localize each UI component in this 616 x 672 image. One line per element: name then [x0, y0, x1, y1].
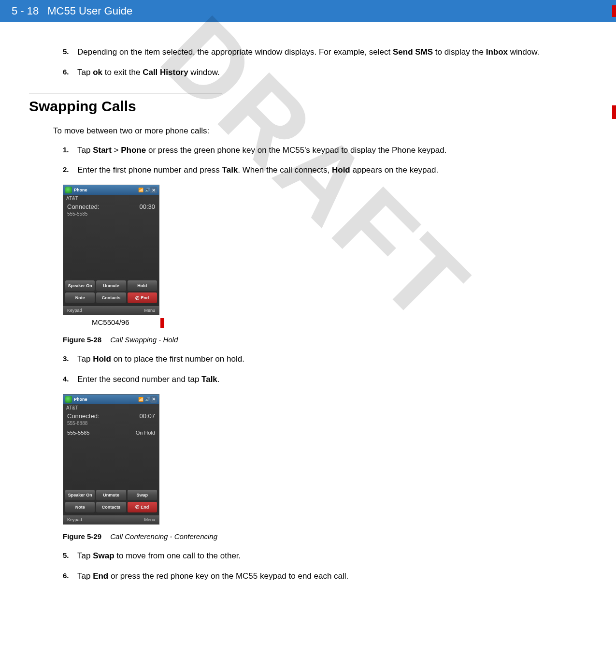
- end-button[interactable]: End: [128, 502, 157, 512]
- phone-number: 555-5585: [63, 211, 159, 218]
- figure-label: Figure 5-29: [63, 532, 101, 541]
- change-bar-icon: [612, 105, 616, 119]
- step-item: 2. Enter the first phone number and pres…: [63, 164, 587, 176]
- step-item: 6. Tap End or press the red phone key on…: [63, 570, 587, 582]
- step-item: 1. Tap Start > Phone or press the green …: [63, 145, 587, 156]
- step-number: 3.: [63, 353, 77, 365]
- figure-caption-1: Figure 5-28 Call Swapping - Hold: [63, 336, 587, 344]
- step-text: Depending on the item selected, the appr…: [77, 46, 587, 58]
- step-number: 5.: [63, 46, 77, 58]
- phone-title-bar: Phone 📶 🔊 ✕: [63, 185, 159, 195]
- carrier-label: AT&T: [63, 404, 159, 411]
- header-bar: 5 - 18 MC55 User Guide: [0, 0, 616, 22]
- phone-bottom-bar: Keypad Menu: [63, 306, 159, 315]
- hold-status: On Hold: [136, 430, 155, 436]
- step-text: Tap Swap to move from one call to the ot…: [77, 550, 587, 562]
- phone-buttons: Speaker On Unmute Hold Note Contacts End: [63, 278, 159, 305]
- note-button[interactable]: Note: [65, 292, 95, 303]
- figure-text: Call Swapping - Hold: [110, 336, 178, 344]
- phone-buttons: Speaker On Unmute Swap Note Contacts End: [63, 488, 159, 514]
- figure-text: Call Conferencing - Conferencing: [110, 532, 217, 541]
- carrier-label: AT&T: [63, 195, 159, 202]
- intro-steps: 5. Depending on the item selected, the a…: [63, 46, 587, 78]
- section-intro: To move between two or more phone calls:: [53, 126, 587, 136]
- status-label: Connected:: [67, 412, 100, 420]
- step-text: Enter the second number and tap Talk.: [77, 374, 587, 385]
- status-icons: 📶 🔊: [138, 188, 150, 192]
- menu-softkey[interactable]: Menu: [144, 517, 155, 522]
- figure-caption-2: Figure 5-29 Call Conferencing - Conferen…: [63, 532, 587, 541]
- step-item: 4. Enter the second number and tap Talk.: [63, 374, 587, 385]
- keypad-softkey[interactable]: Keypad: [67, 517, 82, 522]
- step-text: Tap Hold on to place the first number on…: [77, 353, 587, 365]
- close-icon: ✕: [150, 187, 157, 193]
- hold-number: 555-5585: [67, 430, 90, 436]
- connected-row: Connected: 00:07: [63, 411, 159, 421]
- unmute-button[interactable]: Unmute: [96, 280, 126, 291]
- step-number: 6.: [63, 570, 77, 582]
- close-icon: ✕: [150, 396, 157, 403]
- phone-screenshot-2: Phone 📶 🔊 ✕ AT&T Connected: 00:07 555-88…: [63, 394, 159, 525]
- step-number: 1.: [63, 145, 77, 156]
- step-number: 2.: [63, 164, 77, 176]
- step-text: Enter the first phone number and press T…: [77, 164, 587, 176]
- step-text: Tap Start > Phone or press the green pho…: [77, 145, 587, 156]
- change-bar-icon: [612, 5, 616, 17]
- onhold-row: 555-5585 On Hold: [63, 427, 159, 437]
- phone-app-title: Phone: [74, 188, 87, 192]
- page-content: DRAFT 5. Depending on the item selected,…: [0, 22, 616, 610]
- header-title: MC55 User Guide: [47, 5, 132, 17]
- step-text: Tap End or press the red phone key on th…: [77, 570, 587, 582]
- connected-row: Connected: 00:30: [63, 202, 159, 211]
- contacts-button[interactable]: Contacts: [96, 502, 126, 512]
- step-number: 5.: [63, 550, 77, 562]
- step-number: 6.: [63, 67, 77, 78]
- speaker-button[interactable]: Speaker On: [65, 490, 95, 500]
- keypad-softkey[interactable]: Keypad: [67, 308, 82, 313]
- step-number: 4.: [63, 374, 77, 385]
- status-icons: 📶 🔊: [138, 397, 150, 402]
- section-divider: [29, 93, 222, 93]
- start-icon: [65, 396, 72, 403]
- phone-title-bar: Phone 📶 🔊 ✕: [63, 394, 159, 404]
- phone-bottom-bar: Keypad Menu: [63, 515, 159, 524]
- start-icon: [65, 187, 72, 193]
- contacts-button[interactable]: Contacts: [96, 292, 126, 303]
- swap-button[interactable]: Swap: [128, 490, 157, 500]
- step-item: 6. Tap ok to exit the Call History windo…: [63, 67, 587, 78]
- status-label: Connected:: [67, 203, 100, 210]
- timer-label: 00:30: [139, 203, 155, 210]
- speaker-button[interactable]: Speaker On: [65, 280, 95, 291]
- step-item: 3. Tap Hold on to place the first number…: [63, 353, 587, 365]
- phone-number: 555-8888: [63, 421, 159, 427]
- section-title-row: Swapping Calls: [29, 98, 587, 126]
- step-item: 5. Depending on the item selected, the a…: [63, 46, 587, 58]
- note-button[interactable]: Note: [65, 502, 95, 512]
- section-title: Swapping Calls: [29, 98, 136, 115]
- change-bar-icon: [160, 318, 164, 328]
- unmute-button[interactable]: Unmute: [96, 490, 126, 500]
- steps-a: 1. Tap Start > Phone or press the green …: [63, 145, 587, 176]
- figure-label: Figure 5-28: [63, 336, 101, 344]
- phone-app-title: Phone: [74, 397, 87, 402]
- menu-softkey[interactable]: Menu: [144, 308, 155, 313]
- timer-label: 00:07: [139, 412, 155, 420]
- steps-b: 3. Tap Hold on to place the first number…: [63, 353, 587, 385]
- step-item: 5. Tap Swap to move from one call to the…: [63, 550, 587, 562]
- step-text: Tap ok to exit the Call History window.: [77, 67, 587, 78]
- steps-c: 5. Tap Swap to move from one call to the…: [63, 550, 587, 582]
- header-page-number: 5 - 18: [12, 5, 39, 17]
- device-model-label: MC5504/96: [92, 318, 587, 328]
- end-button[interactable]: End: [128, 292, 157, 303]
- phone-screenshot-1: Phone 📶 🔊 ✕ AT&T Connected: 00:30 555-55…: [63, 185, 159, 315]
- hold-button[interactable]: Hold: [128, 280, 157, 291]
